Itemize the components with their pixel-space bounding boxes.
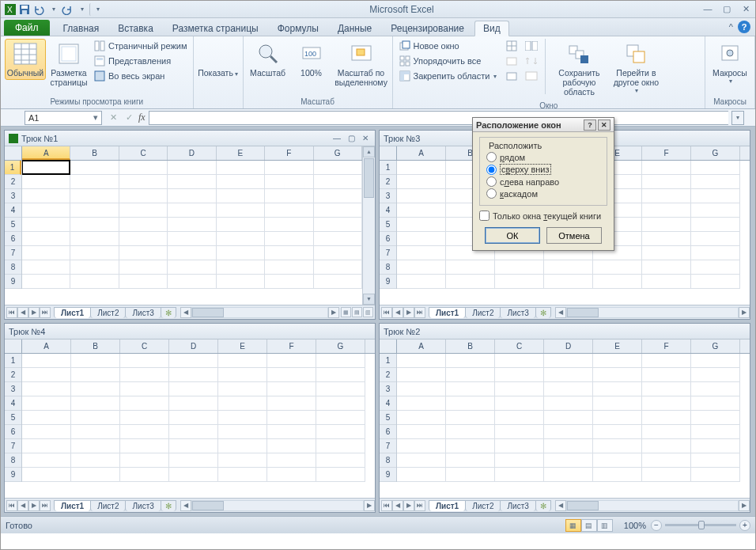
macros-button[interactable]: Макросы	[709, 39, 750, 87]
sheet-tab[interactable]: Лист3	[500, 307, 535, 318]
cell[interactable]	[217, 161, 265, 175]
sheet-tab[interactable]: Лист2	[465, 307, 501, 318]
namebox-dropdown-icon[interactable]: ▾	[93, 112, 98, 123]
workbook-titlebar[interactable]: Трюк №4	[5, 324, 375, 339]
wb-close[interactable]: ✕	[360, 134, 371, 142]
col-header[interactable]: C	[119, 146, 168, 160]
scroll-up[interactable]: ▲	[363, 146, 375, 157]
cell[interactable]	[265, 232, 313, 246]
select-all-corner[interactable]	[5, 146, 22, 161]
wb-minimize[interactable]: —	[331, 134, 342, 142]
cell[interactable]	[314, 232, 362, 246]
row-header[interactable]: 1	[5, 161, 21, 175]
save-workspace-button[interactable]: Сохранить рабочую область	[551, 39, 607, 99]
cell[interactable]	[22, 260, 70, 275]
col-header[interactable]: B	[70, 146, 119, 160]
scroll-down[interactable]: ▼	[363, 294, 375, 305]
dialog-titlebar[interactable]: Расположение окон ? ✕	[473, 118, 614, 132]
cell[interactable]	[265, 218, 313, 232]
cell[interactable]	[168, 161, 216, 175]
reset-position-button[interactable]	[524, 69, 539, 83]
sheet-tab[interactable]: Лист3	[125, 307, 161, 318]
side-by-side-button[interactable]	[524, 39, 539, 53]
cell[interactable]	[119, 161, 168, 175]
cell[interactable]	[70, 260, 119, 275]
sheet-tab[interactable]: Лист2	[90, 307, 126, 318]
cell[interactable]	[22, 175, 70, 189]
pagelayout-view-button[interactable]: Разметка страницы	[48, 39, 89, 89]
tab-home[interactable]: Главная	[55, 20, 108, 36]
view-normal-small[interactable]: ▦	[341, 307, 351, 317]
cell[interactable]	[22, 246, 70, 260]
next-sheet[interactable]: ▶	[28, 307, 40, 318]
cell[interactable]	[119, 203, 168, 218]
col-header[interactable]: A	[22, 146, 70, 160]
close-button[interactable]: ✕	[739, 4, 752, 14]
sheet-tab[interactable]: Лист1	[54, 500, 91, 511]
help-icon[interactable]: ?	[738, 21, 750, 33]
scroll-thumb[interactable]	[364, 158, 374, 198]
undo-icon[interactable]	[32, 3, 45, 16]
cell[interactable]	[168, 189, 216, 203]
cell[interactable]	[22, 189, 70, 203]
only-current-workbook-checkbox[interactable]: Только окна текущей книги	[479, 211, 607, 221]
cell[interactable]	[119, 189, 168, 203]
zoom-out-button[interactable]: −	[651, 520, 662, 531]
radio-cascade[interactable]: каскадом	[486, 188, 600, 199]
minimize-ribbon-icon[interactable]: ^	[729, 22, 733, 32]
cell[interactable]	[265, 189, 313, 203]
undo-dropdown[interactable]	[47, 3, 59, 16]
cell[interactable]	[314, 275, 362, 289]
cell[interactable]	[168, 260, 216, 275]
view-normal-icon[interactable]: ▦	[565, 519, 581, 532]
new-sheet-tab[interactable]: ✻	[535, 307, 551, 318]
cell[interactable]	[217, 189, 265, 203]
sync-scroll-button[interactable]	[524, 54, 539, 68]
cell[interactable]	[168, 232, 216, 246]
unhide-button[interactable]	[504, 69, 520, 83]
expand-formula-bar[interactable]: ▾	[731, 111, 744, 125]
cell[interactable]	[314, 161, 362, 175]
switch-windows-button[interactable]: Перейти в другое окно	[609, 39, 663, 97]
cell[interactable]	[168, 203, 216, 218]
cell[interactable]	[22, 232, 70, 246]
scroll-left[interactable]: ◀	[180, 307, 191, 318]
zoom-track[interactable]	[665, 524, 736, 526]
redo-dropdown[interactable]	[75, 3, 88, 16]
cell[interactable]	[70, 275, 119, 289]
cell[interactable]	[119, 232, 168, 246]
freeze-panes-button[interactable]: Закрепить области	[397, 69, 499, 83]
cell[interactable]	[70, 218, 119, 232]
cell[interactable]	[217, 218, 265, 232]
new-sheet-tab[interactable]: ✻	[161, 307, 176, 318]
tab-view[interactable]: Вид	[474, 21, 509, 36]
arrange-all-button[interactable]: Упорядочить все	[397, 54, 499, 68]
save-icon[interactable]	[18, 3, 31, 16]
name-box[interactable]: A1▾	[25, 111, 102, 125]
view-layout-icon[interactable]: ▤	[581, 519, 597, 532]
tab-formulas[interactable]: Формулы	[269, 20, 327, 36]
normal-view-button[interactable]: Обычный	[5, 39, 46, 80]
sheet-tab[interactable]: Лист2	[90, 500, 126, 511]
cell[interactable]	[314, 260, 362, 275]
tab-insert[interactable]: Вставка	[109, 20, 162, 36]
custom-views-button[interactable]: Представления	[92, 54, 189, 68]
cell[interactable]	[70, 232, 119, 246]
zoom-percent[interactable]: 100%	[624, 521, 646, 530]
radio-vertical[interactable]: слева направо	[486, 176, 600, 187]
zoom-button[interactable]: Масштаб	[248, 39, 289, 80]
scroll-thumb[interactable]	[192, 308, 224, 317]
radio-horizontal[interactable]: сверху вниз	[486, 164, 600, 175]
cell[interactable]	[70, 246, 119, 260]
view-break-small[interactable]: ▥	[363, 307, 373, 317]
show-button[interactable]: Показать	[198, 39, 239, 82]
cell[interactable]	[119, 175, 168, 189]
cell[interactable]	[217, 275, 265, 289]
row-header[interactable]: 5	[5, 218, 21, 232]
col-header[interactable]: G	[314, 146, 362, 160]
cell[interactable]	[314, 246, 362, 260]
col-header[interactable]: D	[168, 146, 216, 160]
cell[interactable]	[70, 203, 119, 218]
sheet-tab[interactable]: Лист3	[125, 500, 161, 511]
maximize-button[interactable]: ▢	[720, 4, 733, 14]
